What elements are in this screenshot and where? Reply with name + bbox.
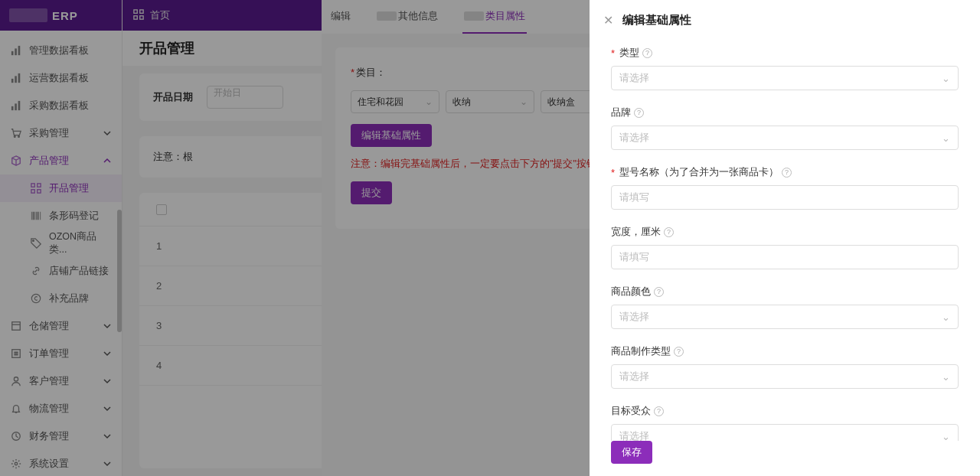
info-icon[interactable]: ? xyxy=(782,168,792,178)
drawer-title: 编辑基础属性 xyxy=(622,13,691,28)
placeholder: 请选择 xyxy=(619,311,649,324)
placeholder: 请选择 xyxy=(619,430,649,442)
drawer-footer: 保存 xyxy=(590,441,980,476)
close-icon[interactable]: ✕ xyxy=(603,13,613,28)
info-icon[interactable]: ? xyxy=(674,347,684,357)
info-icon[interactable]: ? xyxy=(654,287,664,297)
placeholder: 请选择 xyxy=(619,72,649,85)
field-label-width: 宽度，厘米? xyxy=(611,225,959,239)
drawer-edit-base-attrs: ✕ 编辑基础属性 *类型? 请选择⌄ 品牌? 请选择⌄ *型号名称（为了合并为一… xyxy=(590,0,980,476)
drawer-header: ✕ 编辑基础属性 xyxy=(590,0,980,40)
field-label-brand: 品牌? xyxy=(611,106,959,119)
make-type-select[interactable]: 请选择⌄ xyxy=(611,364,959,389)
info-icon[interactable]: ? xyxy=(654,406,664,416)
info-icon[interactable]: ? xyxy=(634,108,644,118)
chevron-down-icon: ⌄ xyxy=(942,311,950,323)
info-icon[interactable]: ? xyxy=(642,48,652,58)
color-select[interactable]: 请选择⌄ xyxy=(611,305,959,329)
chevron-down-icon: ⌄ xyxy=(942,431,950,442)
brand-select[interactable]: 请选择⌄ xyxy=(611,126,959,150)
chevron-down-icon: ⌄ xyxy=(942,371,950,383)
audience-select[interactable]: 请选择⌄ xyxy=(611,424,959,441)
chevron-down-icon: ⌄ xyxy=(942,73,950,84)
type-select[interactable]: 请选择⌄ xyxy=(611,66,959,90)
field-label-audience: 目标受众? xyxy=(611,404,959,418)
info-icon[interactable]: ? xyxy=(664,227,674,237)
width-input[interactable] xyxy=(611,245,959,269)
field-label-model: *型号名称（为了合并为一张商品卡）? xyxy=(611,165,959,179)
placeholder: 请选择 xyxy=(619,370,649,383)
chevron-down-icon: ⌄ xyxy=(942,132,950,144)
drawer-body: *类型? 请选择⌄ 品牌? 请选择⌄ *型号名称（为了合并为一张商品卡）? 宽度… xyxy=(590,40,980,441)
save-button[interactable]: 保存 xyxy=(611,441,652,464)
field-label-make-type: 商品制作类型? xyxy=(611,344,959,358)
placeholder: 请选择 xyxy=(619,132,649,145)
field-label-type: *类型? xyxy=(611,46,959,60)
field-label-color: 商品颜色? xyxy=(611,285,959,298)
model-input[interactable] xyxy=(611,185,959,210)
